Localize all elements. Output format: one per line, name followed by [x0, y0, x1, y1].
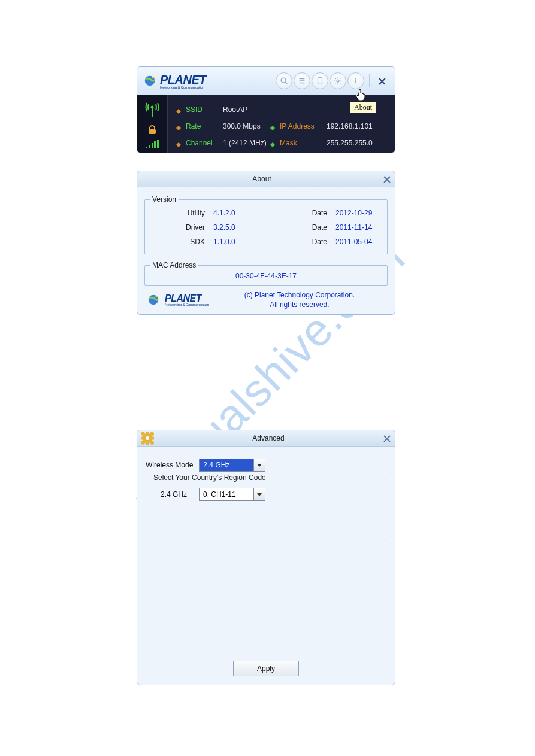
bullet-icon — [270, 141, 275, 145]
antenna-icon — [144, 99, 160, 120]
brand-text-small: PLANET Networking & Communication — [165, 293, 209, 306]
about-title: About — [141, 175, 383, 183]
version-value: 4.1.2.0 — [213, 209, 279, 217]
svg-marker-26 — [270, 142, 275, 147]
status-value: 192.168.1.101 — [327, 122, 386, 130]
search-icon[interactable] — [276, 72, 292, 89]
version-date-key: Date — [279, 238, 335, 246]
svg-marker-24 — [270, 126, 275, 130]
tooltip-about: About — [350, 102, 376, 113]
about-body: Version Utility 4.1.2.0 Date 2012-10-29 … — [137, 187, 395, 314]
brand-name: PLANET — [165, 293, 201, 303]
bullet-icon — [176, 124, 181, 129]
status-label: Channel — [186, 139, 223, 147]
version-date-key: Date — [279, 223, 335, 232]
status-label: Rate — [186, 122, 223, 130]
mac-value: 00-30-4F-44-3E-17 — [151, 268, 381, 281]
svg-line-16 — [335, 83, 336, 83]
status-titlebar: PLANET Networking & Communication — [137, 67, 395, 95]
svg-line-15 — [340, 78, 340, 79]
svg-rect-30 — [147, 432, 148, 434]
svg-line-13 — [335, 78, 336, 79]
advanced-titlebar: Advanced — [137, 430, 395, 447]
version-legend: Version — [150, 195, 179, 204]
svg-point-8 — [337, 80, 339, 82]
wireless-mode-select[interactable]: 2.4 GHz — [199, 459, 265, 472]
mac-fieldset: MAC Address 00-30-4F-44-3E-17 — [144, 265, 388, 286]
version-value: 3.2.5.0 — [213, 223, 279, 232]
svg-point-38 — [146, 436, 149, 440]
svg-rect-7 — [318, 78, 322, 84]
region-value: 0: CH1-11 — [200, 488, 253, 500]
list-icon[interactable] — [294, 72, 310, 89]
info-icon[interactable] — [347, 72, 364, 89]
status-value: 1 (2412 MHz) — [223, 139, 267, 147]
region-fieldset: Select Your Country's Region Code 2.4 GH… — [146, 478, 386, 541]
svg-rect-34 — [141, 432, 144, 435]
brand-name: PLANET — [160, 73, 206, 86]
close-icon[interactable] — [383, 175, 391, 183]
about-panel: About Version Utility 4.1.2.0 Date 2012-… — [137, 171, 395, 315]
status-panel: PLANET Networking & Communication — [137, 66, 395, 153]
gear-icon[interactable] — [330, 72, 346, 89]
wireless-mode-value: 2.4 GHz — [200, 459, 253, 471]
chevron-down-icon — [253, 459, 265, 471]
advanced-title: Advanced — [154, 434, 383, 442]
region-select[interactable]: 0: CH1-11 — [199, 488, 265, 501]
version-value: 1.1.0.0 — [213, 238, 279, 246]
signal-bars-icon — [146, 140, 159, 148]
chevron-down-icon — [253, 488, 265, 500]
about-footer: PLANET Networking & Communication (c) Pl… — [144, 289, 388, 309]
close-icon[interactable] — [378, 77, 386, 85]
copyright-line2: All rights reserved. — [214, 300, 385, 309]
mac-legend: MAC Address — [150, 261, 198, 269]
bullet-icon — [176, 141, 181, 145]
svg-rect-21 — [149, 129, 156, 134]
close-icon[interactable] — [383, 434, 391, 442]
status-value: RootAP — [223, 105, 247, 114]
version-date-value: 2012-10-29 — [335, 209, 372, 217]
advanced-body: Wireless Mode 2.4 GHz Select Your Countr… — [137, 447, 395, 655]
gear-icon — [141, 432, 154, 445]
version-date-key: Date — [279, 209, 335, 217]
bullet-icon — [270, 124, 275, 129]
brand-logo: PLANET Networking & Communication — [143, 73, 206, 89]
version-key: Driver — [151, 223, 213, 232]
brand-tagline: Networking & Communication — [165, 303, 209, 306]
bullet-icon — [176, 107, 181, 112]
planet-globe-icon — [143, 74, 156, 87]
copyright-line1: (c) Planet Technology Corporation. — [214, 290, 385, 300]
wireless-mode-row: Wireless Mode 2.4 GHz — [146, 459, 386, 472]
version-row: Driver 3.2.5.0 Date 2011-11-14 — [151, 220, 381, 235]
brand-tagline: Networking & Communication — [160, 86, 206, 89]
version-row: SDK 1.1.0.0 Date 2011-05-04 — [151, 235, 381, 249]
version-key: SDK — [151, 238, 213, 246]
svg-marker-25 — [176, 142, 181, 147]
status-label: SSID — [186, 105, 223, 114]
svg-rect-37 — [141, 441, 144, 444]
apply-row: Apply — [137, 655, 395, 685]
advanced-panel: Advanced Wireless Mode 2.4 GHz Select Yo… — [137, 430, 395, 685]
brand-text: PLANET Networking & Communication — [160, 73, 206, 89]
svg-rect-35 — [150, 441, 153, 444]
toolbar-separator — [369, 74, 370, 87]
status-value: 255.255.255.0 — [327, 139, 386, 147]
svg-marker-23 — [176, 126, 181, 130]
wireless-mode-label: Wireless Mode — [146, 461, 193, 469]
svg-rect-20 — [152, 107, 153, 117]
lock-icon — [147, 125, 158, 135]
band-label: 2.4 GHz — [161, 490, 193, 499]
status-label: Mask — [280, 139, 327, 147]
svg-rect-32 — [141, 438, 143, 439]
status-side-icons — [137, 95, 168, 153]
apply-button[interactable]: Apply — [233, 661, 299, 676]
region-row: 2.4 GHz 0: CH1-11 — [161, 488, 380, 501]
page-icon[interactable] — [312, 72, 328, 89]
version-row: Utility 4.1.2.0 Date 2012-10-29 — [151, 206, 381, 220]
version-key: Utility — [151, 209, 213, 217]
svg-rect-36 — [150, 432, 153, 435]
about-titlebar: About — [137, 171, 395, 187]
svg-point-17 — [355, 78, 356, 79]
svg-line-14 — [340, 83, 340, 83]
svg-point-2 — [281, 78, 286, 83]
